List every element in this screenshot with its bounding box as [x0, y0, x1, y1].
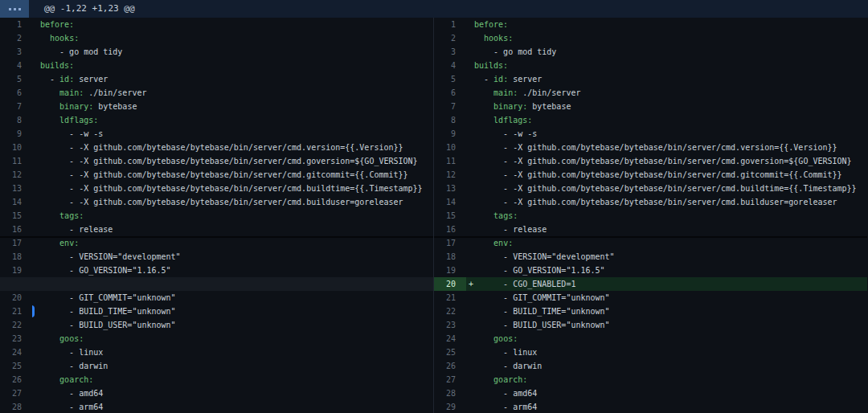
code-line: - -X github.com/bytebase/bytebase/bin/se…	[32, 168, 433, 182]
code-line: main: ./bin/server	[32, 86, 433, 100]
yaml-key: env:	[493, 239, 513, 247]
line-number[interactable]: 2	[0, 31, 32, 45]
line-number[interactable]: 6	[434, 86, 466, 100]
code-line: - darwin	[466, 359, 867, 373]
diff-line: 22 - BUILD_TIME="unknown"	[434, 305, 867, 318]
line-number[interactable]: 7	[434, 100, 466, 113]
line-number[interactable]: 15	[434, 209, 466, 223]
yaml-key: binary:	[493, 102, 527, 111]
line-number[interactable]: 14	[0, 195, 32, 209]
line-number[interactable]: 17	[434, 236, 466, 250]
line-number[interactable]: 23	[434, 318, 466, 332]
line-number[interactable]: 22	[0, 318, 32, 332]
code-line: builds:	[466, 59, 867, 72]
diff-line: 13 - -X github.com/bytebase/bytebase/bin…	[434, 182, 867, 195]
diff-line: 17 env:	[0, 236, 433, 250]
line-number[interactable]: 12	[0, 168, 32, 182]
line-number[interactable]: 9	[0, 127, 32, 141]
diff-line: 10 - -X github.com/bytebase/bytebase/bin…	[0, 141, 433, 154]
line-number[interactable]: 28	[0, 400, 32, 413]
line-number[interactable]: 13	[434, 182, 466, 195]
line-number[interactable]: 5	[434, 72, 466, 86]
diff-line: 12 - -X github.com/bytebase/bytebase/bin…	[434, 168, 867, 182]
line-number[interactable]: 25	[0, 359, 32, 373]
diff-placeholder-row	[0, 277, 433, 291]
line-number[interactable]: 27	[434, 373, 466, 386]
diff-line: 25 - darwin	[0, 359, 433, 373]
line-number	[0, 277, 32, 291]
code-line: - -X github.com/bytebase/bytebase/bin/se…	[466, 154, 867, 168]
line-number[interactable]: 8	[0, 113, 32, 127]
line-number[interactable]: 3	[0, 45, 32, 59]
line-number[interactable]: 16	[434, 223, 466, 236]
line-number[interactable]: 17	[0, 236, 32, 250]
diff-line: 6 main: ./bin/server	[434, 86, 867, 100]
yaml-key: goarch:	[59, 375, 93, 384]
line-number[interactable]: 8	[434, 113, 466, 127]
diff-line: 5 - id: server	[434, 72, 867, 86]
line-number[interactable]: 1	[0, 18, 32, 31]
line-number[interactable]: 12	[434, 168, 466, 182]
line-number[interactable]: 22	[434, 305, 466, 318]
line-number[interactable]: 21	[0, 305, 32, 318]
line-number[interactable]: 20	[434, 277, 466, 291]
line-number[interactable]: 3	[434, 45, 466, 59]
line-number[interactable]: 15	[0, 209, 32, 223]
line-number[interactable]: 2	[434, 31, 466, 45]
line-number[interactable]: 19	[434, 264, 466, 277]
line-number[interactable]: 19	[0, 264, 32, 277]
add-comment-button[interactable]: +	[32, 305, 35, 317]
line-number[interactable]: 20	[0, 291, 32, 305]
yaml-key: tags:	[59, 211, 84, 220]
diff-line: 14 - -X github.com/bytebase/bytebase/bin…	[0, 195, 433, 209]
line-number[interactable]: 4	[434, 59, 466, 72]
code-line: goos:	[466, 332, 867, 346]
line-number[interactable]: 26	[0, 373, 32, 386]
diff-line: 17 env:	[434, 236, 867, 250]
diff-line: 28 - arm64	[0, 400, 433, 413]
line-number[interactable]: 28	[434, 386, 466, 400]
code-line: goos:	[32, 332, 433, 346]
line-number[interactable]: 6	[0, 86, 32, 100]
line-number[interactable]: 11	[0, 154, 32, 168]
line-number[interactable]: 1	[434, 18, 466, 31]
yaml-key: hooks:	[50, 34, 79, 43]
line-number[interactable]: 26	[434, 359, 466, 373]
line-number[interactable]: 29	[434, 400, 466, 413]
code-line: ldflags:	[32, 113, 433, 127]
line-number[interactable]: 10	[0, 141, 32, 154]
code-line: - -w -s	[32, 127, 433, 141]
code-line: - VERSION="development"	[466, 250, 867, 264]
expand-diff-button[interactable]	[0, 0, 29, 18]
diff-line: 14 - -X github.com/bytebase/bytebase/bin…	[434, 195, 867, 209]
line-number[interactable]: 9	[434, 127, 466, 141]
line-number[interactable]: 27	[0, 386, 32, 400]
line-number[interactable]: 14	[434, 195, 466, 209]
code-line	[32, 277, 433, 291]
line-number[interactable]: 7	[0, 100, 32, 113]
diff-line: 11 - -X github.com/bytebase/bytebase/bin…	[434, 154, 867, 168]
code-line: - arm64	[32, 400, 433, 413]
code-line: tags:	[32, 209, 433, 223]
line-number[interactable]: 18	[0, 250, 32, 264]
yaml-key: id:	[493, 75, 508, 84]
line-number[interactable]: 21	[434, 291, 466, 305]
line-number[interactable]: 4	[0, 59, 32, 72]
line-number[interactable]: 10	[434, 141, 466, 154]
line-number[interactable]: 11	[434, 154, 466, 168]
diff-line: 11 - -X github.com/bytebase/bytebase/bin…	[0, 154, 433, 168]
line-number[interactable]: 25	[434, 346, 466, 359]
code-line: - darwin	[32, 359, 433, 373]
line-number[interactable]: 24	[0, 346, 32, 359]
line-number[interactable]: 16	[0, 223, 32, 236]
line-number[interactable]: 5	[0, 72, 32, 86]
diff-line: 22 - BUILD_USER="unknown"	[0, 318, 433, 332]
code-line: - VERSION="development"	[32, 250, 433, 264]
line-number[interactable]: 24	[434, 332, 466, 346]
diff-line: 15 tags:	[434, 209, 867, 223]
line-number[interactable]: 23	[0, 332, 32, 346]
code-line: - BUILD_TIME="unknown"	[466, 305, 867, 318]
diff-line: 19 - GO_VERSION="1.16.5"	[434, 264, 867, 277]
line-number[interactable]: 13	[0, 182, 32, 195]
line-number[interactable]: 18	[434, 250, 466, 264]
